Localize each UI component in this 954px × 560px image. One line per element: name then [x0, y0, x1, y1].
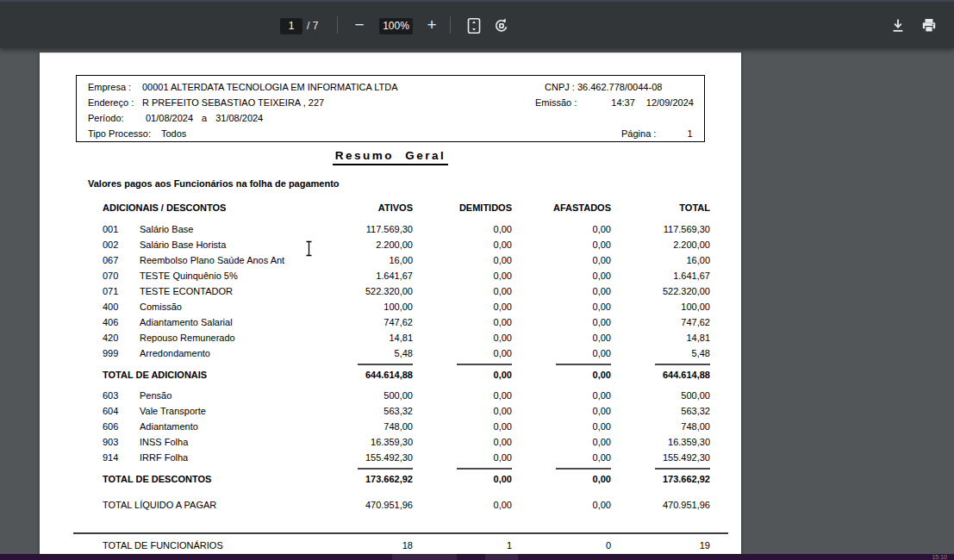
cell-code: 067 [103, 252, 140, 268]
cell-total: 2.200,00 [611, 237, 710, 252]
cell-total: 500,00 [611, 388, 710, 403]
download-icon[interactable] [889, 17, 908, 36]
cell-ativos: 2.200,00 [314, 237, 413, 252]
cell-desc: Reembolso Plano Saúde Anos Ant [140, 252, 314, 268]
cell-afastados: 0,00 [512, 299, 611, 314]
periodo-end: 31/08/2024 [215, 113, 263, 123]
cell-desc: Adiantamento [140, 419, 314, 434]
cell-desc: Repouso Remunerado [140, 330, 314, 345]
total-descontos-demitidos: 0,00 [413, 471, 512, 487]
footer-divider-line [73, 532, 728, 534]
zoom-level-display: 100% [379, 18, 413, 34]
cell-desc: Pensão [140, 388, 314, 403]
pagina-label: Página : [621, 128, 656, 139]
table-row: 603Pensão500,000,000,00500,00 [103, 388, 710, 403]
cell-total: 522.320,00 [611, 283, 710, 299]
total-funcionarios-label: TOTAL DE FUNCIONÁRIOS [103, 538, 314, 553]
table-row: 002Salário Base Horista2.200,000,000,002… [103, 237, 710, 252]
print-icon[interactable] [920, 17, 939, 36]
cell-ativos: 100,00 [314, 299, 413, 314]
periodo-line: Período:01/08/2024a31/08/2024 [88, 113, 263, 123]
cell-desc: IRRF Folha [140, 450, 314, 465]
cell-ativos: 5,48 [314, 345, 413, 361]
report-header-box: Empresa :00001 ALTERDATA TECNOLOGIA EM I… [76, 75, 705, 142]
table-row: 420Repouso Remunerado14,810,000,0014,81 [103, 330, 710, 345]
fit-to-page-icon[interactable] [465, 16, 483, 35]
cell-total: 14,81 [611, 330, 710, 345]
tipo-processo-label: Tipo Processo: [88, 128, 151, 139]
cell-afastados: 0,00 [512, 221, 611, 237]
cell-demitidos: 0,00 [413, 388, 512, 403]
total-liquido-ativos: 470.951,96 [314, 497, 413, 513]
table-row: 067Reembolso Plano Saúde Anos Ant16,000,… [103, 252, 710, 268]
cell-ativos: 1.641,67 [314, 268, 413, 283]
total-descontos-label: TOTAL DE DESCONTOS [103, 471, 314, 487]
header-afastados: AFASTADOS [512, 200, 611, 215]
page-number-input[interactable]: 1 [280, 18, 302, 34]
cell-code: 420 [103, 330, 140, 345]
periodo-start: 01/08/2024 [146, 113, 193, 123]
toolbar-divider [450, 16, 451, 34]
cell-afastados: 0,00 [512, 388, 611, 403]
cell-demitidos: 0,00 [413, 283, 512, 299]
zoom-in-button[interactable]: + [421, 15, 442, 35]
cell-code: 002 [103, 237, 140, 252]
cell-desc: Comissão [140, 299, 314, 314]
cell-afastados: 0,00 [512, 252, 611, 268]
header-ativos: ATIVOS [314, 200, 413, 215]
cell-afastados: 0,00 [512, 237, 611, 252]
cell-desc: Adiantamento Salarial [140, 314, 314, 330]
cell-total: 16.359,30 [611, 434, 710, 450]
table-row: 604Vale Transporte563,320,000,00563,32 [103, 403, 710, 419]
cell-desc: Vale Transporte [140, 403, 314, 419]
cell-total: 563,32 [611, 403, 710, 419]
cell-ativos: 522.320,00 [314, 283, 413, 299]
cell-total: 748,00 [611, 419, 710, 434]
table-row: 400Comissão100,000,000,00100,00 [103, 299, 710, 314]
total-liquido-row: TOTAL LÍQUIDO A PAGAR 470.951,96 0,00 0,… [103, 497, 710, 513]
header-total: TOTAL [611, 200, 710, 215]
cell-total: 100,00 [611, 299, 710, 314]
cell-demitidos: 0,00 [413, 268, 512, 283]
cell-total: 117.569,30 [611, 221, 710, 237]
cell-desc: Salário Base [140, 221, 314, 237]
rotate-icon[interactable] [492, 16, 511, 35]
total-adicionais-row: TOTAL DE ADICIONAIS 644.614,88 0,00 0,00… [103, 367, 710, 383]
total-funcionarios-total: 19 [611, 538, 710, 553]
page-count-label: / 7 [307, 18, 318, 34]
cnpj-line: CNPJ : 36.462.778/0044-08 [545, 82, 662, 92]
emissao-date: 12/09/2024 [646, 97, 694, 108]
adicionais-rows: 001Salário Base117.569,300,000,00117.569… [103, 221, 710, 361]
total-adicionais-afastados: 0,00 [512, 367, 611, 383]
cell-afastados: 0,00 [512, 283, 611, 299]
cell-ativos: 155.492,30 [314, 450, 413, 465]
cell-afastados: 0,00 [512, 403, 611, 419]
total-descontos-ativos: 173.662,92 [314, 471, 413, 487]
pagina-line: Página :1 [621, 128, 693, 139]
table-row: 001Salário Base117.569,300,000,00117.569… [103, 221, 710, 237]
table-row: 606Adiantamento748,000,000,00748,00 [103, 419, 710, 434]
cell-desc: Arredondamento [140, 345, 314, 361]
report-title: Resumo Geral [40, 149, 741, 165]
cell-demitidos: 0,00 [413, 345, 512, 361]
table-row: 406Adiantamento Salarial747,620,000,0074… [103, 314, 710, 330]
zoom-out-button[interactable]: − [349, 15, 370, 35]
taskbar-clock: 15:10 [932, 554, 947, 560]
cell-demitidos: 0,00 [413, 434, 512, 450]
cell-demitidos: 0,00 [413, 237, 512, 252]
cell-ativos: 16,00 [314, 252, 413, 268]
cell-demitidos: 0,00 [413, 330, 512, 345]
text-cursor-icon [303, 240, 315, 260]
pagina-value: 1 [687, 128, 692, 139]
emissao-time: 14:37 [611, 97, 635, 108]
summary-table: ADICIONAIS / DESCONTOS ATIVOS DEMITIDOS … [103, 200, 710, 513]
tipo-processo-value: Todos [161, 128, 186, 139]
cell-afastados: 0,00 [512, 434, 611, 450]
pdf-toolbar: 1 / 7 − 100% + [0, 0, 954, 48]
toolbar-divider [337, 16, 338, 34]
emissao-line: Emissão :14:3712/09/2024 [535, 97, 694, 108]
cell-code: 071 [103, 283, 140, 299]
cell-code: 999 [103, 345, 140, 361]
total-descontos-afastados: 0,00 [512, 471, 611, 487]
cell-afastados: 0,00 [512, 314, 611, 330]
